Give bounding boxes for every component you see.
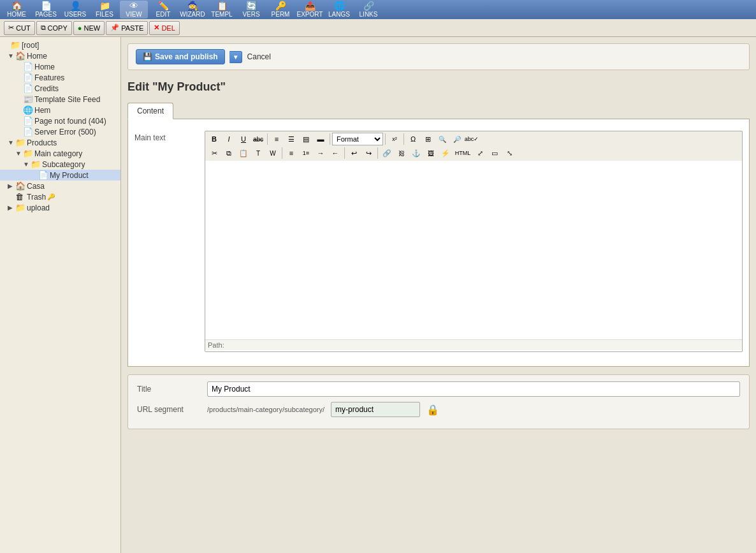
users-btn[interactable]: 👤 USERS	[61, 1, 89, 18]
rte-underline-button[interactable]: U	[236, 133, 251, 145]
rte-align-right-button[interactable]: ▤	[299, 133, 313, 145]
wizard-btn[interactable]: 🧙 WIZARD	[178, 1, 207, 18]
casa-toggle: ▶	[8, 182, 15, 189]
sidebar-root[interactable]: 📁 [root]	[0, 40, 120, 50]
sidebar-item-products[interactable]: ▼ 📁 Products	[0, 137, 120, 148]
rte-superscript-button[interactable]: x²	[388, 133, 402, 145]
perm-icon: 🔑	[275, 1, 286, 10]
vers-btn[interactable]: 🔄 VERS	[237, 1, 265, 18]
rte-bold-button[interactable]: B	[207, 133, 221, 145]
rte-toolbar: B I U abc ≡ ☰ ▤ ▬ Format	[205, 131, 743, 161]
sidebar-item-subcategory[interactable]: ▼ 📁 Subcategory	[0, 159, 120, 170]
rte-spellcheck-button[interactable]: abc✓	[465, 133, 479, 145]
cancel-link[interactable]: Cancel	[247, 52, 271, 61]
sidebar-item-template-site-feed[interactable]: 📰 Template Site Feed	[0, 94, 120, 105]
home-parent-icon: 🏠	[15, 51, 25, 61]
rte-bullet-list-button[interactable]: ≡	[284, 147, 298, 159]
sidebar-item-main-category[interactable]: ▼ 📁 Main category	[0, 148, 120, 159]
rte-justify-button[interactable]: ▬	[314, 133, 328, 145]
title-input[interactable]	[207, 381, 740, 397]
perm-btn[interactable]: 🔑 PERM	[266, 1, 294, 18]
rte-anchor-button[interactable]: ⚓	[409, 147, 423, 159]
edit-btn[interactable]: ✏️ EDIT	[149, 1, 177, 18]
rte-undo-button[interactable]: ↩	[347, 147, 361, 159]
rte-sep-7	[377, 147, 378, 159]
action-bar: 💾 Save and publish ▼ Cancel	[127, 43, 750, 70]
rte-find-button[interactable]: 🔍	[435, 133, 449, 145]
export-btn[interactable]: 📤 EXPORT	[296, 1, 324, 18]
rte-paste-word-button[interactable]: W	[266, 147, 280, 159]
rte-copy-button[interactable]: ⧉	[222, 147, 236, 159]
sidebar-item-home-parent[interactable]: ▼ 🏠 Home	[0, 50, 120, 61]
rte-numbered-list-button[interactable]: 1≡	[299, 147, 313, 159]
rte-paste-button[interactable]: 📋	[236, 147, 251, 159]
rte-outdent-button[interactable]: ←	[328, 147, 342, 159]
main-cat-toggle: ▼	[15, 150, 23, 157]
rte-format-select[interactable]: Format Heading 1 Heading 2 Paragraph	[332, 133, 383, 145]
upload-icon: 📁	[15, 203, 25, 212]
rte-align-center-button[interactable]: ☰	[284, 133, 298, 145]
rte-redo-button[interactable]: ↪	[361, 147, 375, 159]
lock-icon[interactable]: 🔒	[426, 404, 439, 416]
rte-sep-1	[267, 133, 268, 145]
sidebar-item-casa[interactable]: ▶ 🏠 Casa	[0, 181, 120, 191]
rte-editor[interactable]: Path:	[205, 161, 743, 352]
rte-find-replace-button[interactable]: 🔎	[450, 133, 464, 145]
templ-btn[interactable]: 📋 TEMPL	[208, 1, 236, 18]
rte-sep-2	[330, 133, 330, 145]
rte-paste-text-button[interactable]: T	[251, 147, 265, 159]
rte-content-editable[interactable]	[205, 161, 742, 339]
rte-sep-6	[344, 147, 345, 159]
rte-flash-button[interactable]: ⚡	[439, 147, 453, 159]
rte-align-left-button[interactable]: ≡	[270, 133, 284, 145]
sidebar-item-trash[interactable]: 🗑 Trash 🔑	[0, 191, 120, 202]
rte-maximize-button[interactable]: ⤢	[473, 147, 487, 159]
files-btn[interactable]: 📁 FILES	[91, 1, 119, 18]
url-segment-field-row: URL segment /products/main-category/subc…	[137, 402, 740, 417]
rte-cut-button[interactable]: ✂	[207, 147, 221, 159]
sidebar-item-404[interactable]: 📄 Page not found (404)	[0, 115, 120, 126]
sidebar-item-hem[interactable]: 🌐 Hem	[0, 105, 120, 115]
cut-button[interactable]: ✂ CUT	[4, 21, 35, 35]
sidebar-item-my-product[interactable]: 📄 My Product	[0, 170, 120, 181]
rte-indent-button[interactable]: →	[314, 147, 328, 159]
rte-table-button[interactable]: ⊞	[421, 133, 435, 145]
save-and-publish-button[interactable]: 💾 Save and publish	[136, 49, 225, 64]
langs-btn[interactable]: 🌐 LANGS	[325, 1, 353, 18]
sidebar-item-home[interactable]: 📄 Home	[0, 61, 120, 72]
rte-resize-button[interactable]: ⤡	[502, 147, 516, 159]
rte-show-blocks-button[interactable]: ▭	[488, 147, 502, 159]
rte-image-button[interactable]: 🖼	[424, 147, 438, 159]
main-cat-icon: 📁	[23, 149, 33, 158]
tab-content[interactable]: Content	[127, 103, 173, 119]
rte-strikethrough-button[interactable]: abc	[251, 133, 265, 145]
second-toolbar: ✂ CUT ⧉ COPY ● NEW 📌 PASTE ✕ DEL	[0, 19, 756, 37]
copy-button[interactable]: ⧉ COPY	[36, 21, 72, 35]
paste-button[interactable]: 📌 PASTE	[106, 21, 148, 35]
paste-icon: 📌	[110, 24, 119, 32]
sidebar-item-features[interactable]: 📄 Features	[0, 72, 120, 83]
rte-unlink-button[interactable]: ⛓	[395, 147, 409, 159]
new-button[interactable]: ● NEW	[73, 21, 105, 35]
links-btn[interactable]: 🔗 LINKS	[354, 1, 382, 18]
rte-row-2: ✂ ⧉ 📋 T W ≡ 1≡ → ← ↩ ↪	[207, 147, 740, 159]
url-segment-input[interactable]	[331, 402, 420, 417]
top-toolbar: 🏠 HOME 📄 PAGES 👤 USERS 📁 FILES 👁 VIEW ✏️…	[0, 0, 756, 19]
view-btn[interactable]: 👁 VIEW	[120, 1, 148, 18]
del-button[interactable]: ✕ DEL	[149, 21, 179, 35]
rte-link-button[interactable]: 🔗	[380, 147, 394, 159]
wizard-icon: 🧙	[187, 1, 198, 10]
rte-italic-button[interactable]: I	[222, 133, 236, 145]
p500-icon: 📄	[23, 127, 33, 136]
save-dropdown-button[interactable]: ▼	[229, 51, 242, 63]
pages-btn[interactable]: 📄 PAGES	[32, 1, 60, 18]
pages-icon: 📄	[41, 1, 52, 10]
sidebar-item-credits[interactable]: 📄 Credits	[0, 83, 120, 94]
sidebar-item-upload[interactable]: ▶ 📁 upload	[0, 202, 120, 213]
url-segment-label: URL segment	[137, 405, 201, 414]
rte-html-source-button[interactable]: HTML	[453, 147, 472, 159]
home-btn[interactable]: 🏠 HOME	[3, 1, 31, 18]
rte-special-char-button[interactable]: Ω	[406, 133, 420, 145]
sidebar-item-500[interactable]: 📄 Server Error (500)	[0, 126, 120, 137]
home-parent-toggle: ▼	[8, 52, 15, 59]
